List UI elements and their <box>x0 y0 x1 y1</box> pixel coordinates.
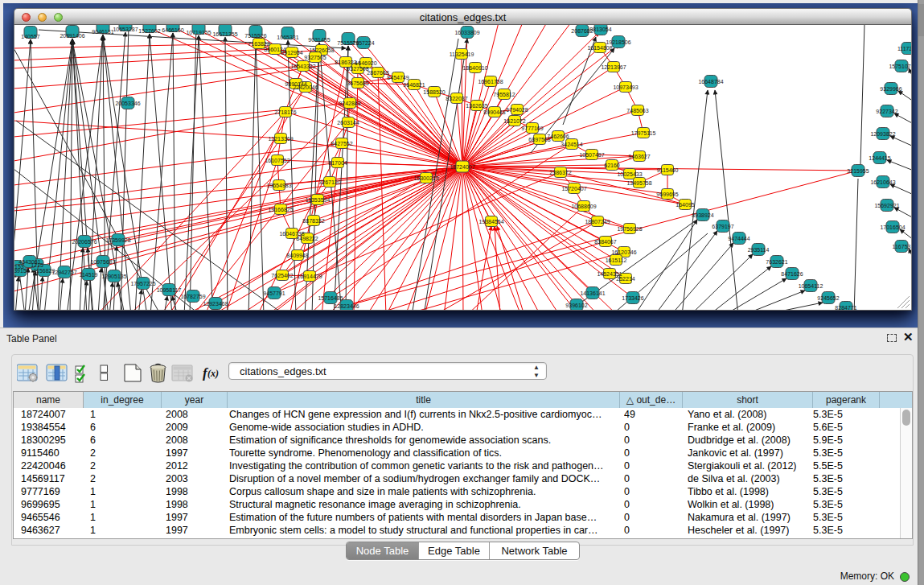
svg-text:817004: 817004 <box>328 160 347 166</box>
svg-text:15692921: 15692921 <box>874 203 899 208</box>
svg-text:2336441: 2336441 <box>911 134 912 140</box>
svg-text:1244415: 1244415 <box>869 155 890 161</box>
svg-text:10653287: 10653287 <box>113 27 138 32</box>
svg-text:18724007: 18724007 <box>450 164 474 170</box>
svg-text:1117204: 1117204 <box>897 46 912 51</box>
svg-text:20891406: 20891406 <box>60 33 84 39</box>
svg-text:9396102: 9396102 <box>565 303 587 308</box>
svg-text:9115460: 9115460 <box>657 167 679 173</box>
svg-text:10958117: 10958117 <box>157 287 182 293</box>
svg-text:12942757: 12942757 <box>51 270 76 275</box>
svg-text:252214: 252214 <box>616 276 634 282</box>
svg-text:7957224: 7957224 <box>352 40 374 46</box>
svg-text:16033809: 16033809 <box>454 30 479 35</box>
svg-text:17359928: 17359928 <box>105 237 130 243</box>
svg-text:16210643: 16210643 <box>870 179 895 185</box>
svg-text:13495758: 13495758 <box>626 180 651 186</box>
svg-text:8427552: 8427552 <box>331 141 352 146</box>
svg-text:8384067: 8384067 <box>594 239 616 245</box>
svg-text:10688609: 10688609 <box>571 204 596 209</box>
svg-text:62160: 62160 <box>604 163 620 168</box>
svg-text:16961758: 16961758 <box>478 79 503 84</box>
svg-text:9699695: 9699695 <box>656 192 678 197</box>
svg-text:14136141: 14136141 <box>580 290 605 296</box>
svg-text:12923468: 12923468 <box>203 301 228 307</box>
svg-text:8498222: 8498222 <box>296 236 318 241</box>
svg-text:12905135: 12905135 <box>101 274 126 279</box>
svg-text:1362635: 1362635 <box>466 103 487 109</box>
svg-text:15751074: 15751074 <box>889 64 912 69</box>
svg-text:1065331: 1065331 <box>277 35 298 40</box>
svg-text:9329966: 9329966 <box>880 86 901 92</box>
svg-text:9474444: 9474444 <box>728 236 749 241</box>
svg-text:6466160: 6466160 <box>162 27 183 33</box>
svg-text:8912954: 8912954 <box>281 50 302 56</box>
svg-text:9327508: 9327508 <box>347 66 368 72</box>
svg-text:12213967: 12213967 <box>601 64 626 70</box>
svg-text:8471626: 8471626 <box>781 271 803 277</box>
svg-text:1527602: 1527602 <box>138 28 160 34</box>
svg-text:7462606: 7462606 <box>547 134 569 139</box>
svg-text:9031455: 9031455 <box>308 37 330 43</box>
svg-text:11325419: 11325419 <box>450 51 474 57</box>
svg-text:16543382: 16543382 <box>290 64 315 69</box>
svg-text:8409948: 8409948 <box>286 253 308 258</box>
svg-text:17975115: 17975115 <box>631 130 656 136</box>
svg-text:20206576: 20206576 <box>72 239 97 245</box>
svg-text:4543061: 4543061 <box>18 259 40 265</box>
svg-text:16648784: 16648784 <box>698 79 723 84</box>
svg-text:10975687: 10975687 <box>90 259 115 265</box>
svg-text:20053346: 20053346 <box>115 101 140 106</box>
svg-text:9457791: 9457791 <box>263 290 285 296</box>
svg-text:2386372: 2386372 <box>549 170 571 175</box>
svg-text:3215955: 3215955 <box>847 168 869 174</box>
svg-text:10654112: 10654112 <box>799 283 823 289</box>
svg-text:22420046: 22420046 <box>293 84 318 90</box>
svg-text:1546920: 1546920 <box>355 60 376 66</box>
svg-text:10973493: 10973493 <box>613 84 638 90</box>
svg-text:15226058: 15226058 <box>309 47 334 53</box>
svg-text:8322037: 8322037 <box>446 96 467 101</box>
svg-text:9327505: 9327505 <box>304 55 326 60</box>
svg-text:9242848: 9242848 <box>339 101 360 106</box>
svg-text:6379197: 6379197 <box>712 224 733 229</box>
svg-text:1588520: 1588520 <box>423 89 445 95</box>
svg-text:16914479: 16914479 <box>297 274 322 279</box>
svg-text:16782759: 16782759 <box>180 294 205 299</box>
svg-text:19654983: 19654983 <box>266 183 291 188</box>
svg-text:2867608: 2867608 <box>367 70 388 76</box>
svg-text:16120746: 16120746 <box>611 249 636 255</box>
svg-text:9646821: 9646821 <box>403 82 425 88</box>
svg-text:1615112: 1615112 <box>606 257 627 263</box>
svg-text:8938924: 8938924 <box>692 212 713 218</box>
svg-text:164095: 164095 <box>676 202 694 208</box>
svg-text:140557: 140557 <box>21 34 39 39</box>
svg-text:9463627: 9463627 <box>628 154 650 159</box>
svg-text:8990448: 8990448 <box>483 109 505 115</box>
svg-text:3675685: 3675685 <box>347 80 368 86</box>
svg-text:2718176: 2718176 <box>274 109 296 115</box>
svg-text:19756928: 19756928 <box>617 226 642 232</box>
svg-text:16671355: 16671355 <box>212 31 237 37</box>
svg-text:9046131: 9046131 <box>92 29 113 35</box>
svg-text:15300215: 15300215 <box>413 175 438 181</box>
svg-text:10025433: 10025433 <box>617 171 642 177</box>
svg-text:116753: 116753 <box>893 244 911 249</box>
svg-text:(x): (x) <box>207 368 219 379</box>
svg-text:7163822: 7163822 <box>248 41 269 47</box>
svg-text:7955812: 7955812 <box>493 92 515 97</box>
svg-text:439154: 439154 <box>14 268 30 274</box>
svg-text:8454749: 8454749 <box>387 75 409 80</box>
svg-text:8186323: 8186323 <box>335 60 356 65</box>
svg-text:18807249: 18807249 <box>585 219 610 225</box>
svg-text:15720407: 15720407 <box>561 186 586 192</box>
svg-text:7515526: 7515526 <box>244 33 266 39</box>
svg-text:7632621: 7632621 <box>766 259 787 265</box>
svg-text:2603144: 2603144 <box>337 120 359 126</box>
svg-text:10507487: 10507487 <box>579 152 604 158</box>
svg-text:2087682: 2087682 <box>571 28 593 34</box>
svg-text:7485063: 7485063 <box>626 108 648 113</box>
svg-text:17016504: 17016504 <box>880 225 905 230</box>
svg-text:1621072: 1621072 <box>503 118 525 124</box>
svg-text:18640910: 18640910 <box>462 65 487 71</box>
